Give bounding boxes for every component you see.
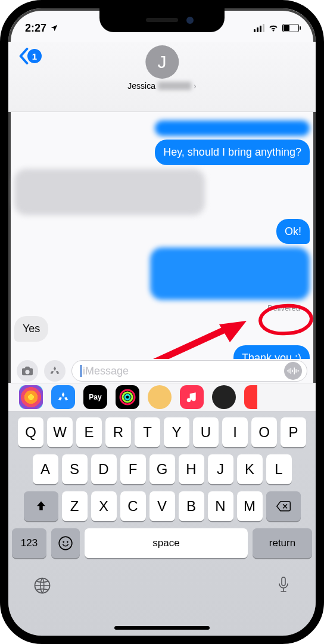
key-l[interactable]: L xyxy=(266,454,292,484)
device-notch xyxy=(99,8,225,32)
message-input[interactable]: iMessage xyxy=(71,360,307,382)
audio-message-button[interactable] xyxy=(284,362,302,380)
more-apps-peek[interactable] xyxy=(244,385,257,409)
return-key[interactable]: return xyxy=(253,528,312,558)
shift-key[interactable] xyxy=(24,491,58,521)
key-c[interactable]: C xyxy=(120,491,146,521)
key-z[interactable]: Z xyxy=(62,491,88,521)
home-indicator[interactable] xyxy=(114,626,210,630)
space-key[interactable]: space xyxy=(85,528,248,558)
back-button[interactable]: 1 xyxy=(19,48,42,64)
key-k[interactable]: K xyxy=(237,454,263,484)
key-h[interactable]: H xyxy=(179,454,204,484)
key-r[interactable]: R xyxy=(105,417,131,447)
key-d[interactable]: D xyxy=(91,454,117,484)
delete-key[interactable] xyxy=(266,491,301,521)
appstore-apps-button[interactable] xyxy=(44,360,66,382)
location-arrow-icon xyxy=(50,24,58,32)
chevron-right-icon: › xyxy=(194,81,197,91)
key-w[interactable]: W xyxy=(47,417,73,447)
conversation-scroll[interactable]: Hey, should I bring anything? Ok! Delive… xyxy=(8,112,316,359)
contact-header-button[interactable]: J Jessica › xyxy=(127,45,196,91)
key-j[interactable]: J xyxy=(208,454,233,484)
key-y[interactable]: Y xyxy=(164,417,189,447)
message-out[interactable]: Ok! xyxy=(276,219,310,244)
signal-bars-icon xyxy=(254,24,264,32)
key-o[interactable]: O xyxy=(251,417,277,447)
message-out-redacted xyxy=(150,247,310,300)
key-q[interactable]: Q xyxy=(18,417,43,447)
animoji-app-icon[interactable] xyxy=(212,385,236,409)
memoji-app-icon[interactable] xyxy=(148,385,172,409)
key-s[interactable]: S xyxy=(62,454,88,484)
annotation-arrow xyxy=(96,321,251,359)
imessage-app-strip[interactable]: Pay xyxy=(8,383,316,411)
message-in[interactable]: Yes xyxy=(14,316,48,342)
avatar: J xyxy=(145,45,179,79)
key-p[interactable]: P xyxy=(281,417,306,447)
message-in-redacted xyxy=(14,169,205,215)
status-time: 2:27 xyxy=(25,22,46,35)
dictation-key[interactable] xyxy=(276,576,291,597)
photos-app-icon[interactable] xyxy=(19,385,43,409)
contact-last-name-redacted xyxy=(158,82,191,90)
globe-key[interactable] xyxy=(33,577,51,597)
applepay-app-icon[interactable]: Pay xyxy=(83,385,107,409)
wifi-icon xyxy=(268,22,279,35)
svg-point-7 xyxy=(67,541,68,543)
key-t[interactable]: T xyxy=(135,417,160,447)
key-v[interactable]: V xyxy=(149,491,175,521)
activity-app-icon[interactable] xyxy=(116,385,139,409)
emoji-key[interactable] xyxy=(51,528,80,558)
svg-point-5 xyxy=(59,537,72,550)
key-n[interactable]: N xyxy=(208,491,233,521)
numbers-key[interactable]: 123 xyxy=(12,528,46,558)
music-app-icon[interactable] xyxy=(180,385,204,409)
svg-rect-9 xyxy=(282,577,285,586)
svg-point-4 xyxy=(125,395,130,400)
key-g[interactable]: G xyxy=(149,454,175,484)
key-e[interactable]: E xyxy=(76,417,102,447)
message-out[interactable]: Hey, should I bring anything? xyxy=(155,140,310,165)
keyboard: QWERTYUIOP ASDFGHJKL ZXCVBNM 123 space r… xyxy=(8,411,316,636)
message-placeholder: iMessage xyxy=(83,365,129,377)
key-f[interactable]: F xyxy=(120,454,146,484)
unread-badge: 1 xyxy=(27,49,42,63)
contact-first-name: Jessica xyxy=(127,81,155,91)
key-i[interactable]: I xyxy=(222,417,248,447)
key-u[interactable]: U xyxy=(193,417,219,447)
key-a[interactable]: A xyxy=(33,454,58,484)
svg-point-3 xyxy=(123,392,132,402)
key-m[interactable]: M xyxy=(237,491,263,521)
key-x[interactable]: X xyxy=(91,491,117,521)
svg-line-0 xyxy=(101,327,231,359)
message-composer: iMessage xyxy=(8,359,316,383)
appstore-app-icon[interactable] xyxy=(51,385,75,409)
battery-icon xyxy=(282,24,299,32)
conversation-header: 1 J Jessica › xyxy=(8,42,316,112)
message-out-redacted xyxy=(155,120,310,136)
key-b[interactable]: B xyxy=(179,491,204,521)
text-cursor xyxy=(80,365,82,377)
camera-button[interactable] xyxy=(17,360,38,382)
svg-point-6 xyxy=(63,541,64,543)
